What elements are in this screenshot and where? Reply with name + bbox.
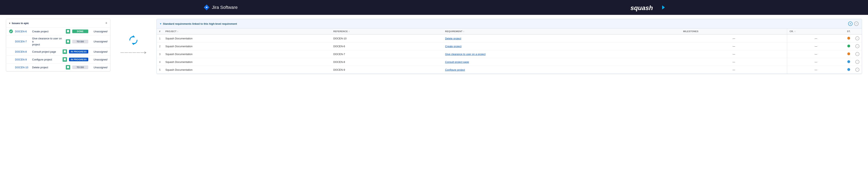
jira-diamond-icon [204, 4, 210, 11]
row-reference: DOCEN-9 [331, 66, 443, 74]
table-row: DOCEN-7 Give clearance to user on aproje… [6, 35, 110, 48]
dash-3 [128, 52, 132, 53]
remove-row-button[interactable]: − [855, 52, 859, 56]
row-cr: — [787, 34, 845, 43]
status-badge-todo-2: TO DO [72, 65, 88, 69]
col-header-num: # [157, 28, 163, 34]
issue-summary: Configure project [32, 58, 61, 61]
row-milestones: — [681, 34, 787, 43]
dashed-arrow [120, 51, 147, 54]
row-num: 3 [157, 50, 163, 58]
table-row: 2 Squash Documentation DOCEN-6 Create pr… [157, 43, 862, 50]
row-reference: DOCEN-6 [331, 43, 443, 50]
issue-key-docen6[interactable]: DOCEN-6 [15, 30, 30, 33]
squash-panel-title: ▾ Standard requirements linked to this h… [160, 22, 237, 25]
row-num: 4 [157, 58, 163, 66]
status-badge-inprogress-2: IN PROGRESS [69, 58, 88, 61]
squash-logo: squash [628, 2, 664, 12]
row-milestones: — [681, 43, 787, 50]
row-cr: — [787, 43, 845, 50]
bookmark-icon [66, 29, 70, 33]
issue-key-docen7[interactable]: DOCEN-7 [15, 40, 30, 43]
add-issue-button[interactable]: + [105, 21, 107, 25]
req-link[interactable]: Consult project page [445, 60, 469, 63]
dash-5 [136, 52, 140, 53]
issue-key-docen10[interactable]: DOCEN-10 [15, 66, 30, 69]
chevron-down-icon: ▾ [9, 22, 10, 25]
status-dot-blue-2 [847, 68, 850, 71]
assignee: Unassigned [90, 30, 107, 33]
req-link[interactable]: Give clearance to user on a project [445, 53, 486, 56]
sort-asc-icon-ref: ↑ [348, 30, 350, 32]
add-requirement-button[interactable]: + [848, 22, 852, 26]
todo-status-icon-2 [9, 65, 13, 69]
col-header-st: ST. [845, 28, 853, 34]
dash-6 [141, 52, 144, 53]
table-row: 5 Squash Documentation DOCEN-9 Configure… [157, 66, 862, 74]
row-project: Squash Documentation [163, 43, 331, 50]
main-content: ▾ Issues in epic + DOCEN-6 Create projec… [0, 15, 868, 184]
bookmark-icon [63, 49, 67, 54]
issue-key-docen9[interactable]: DOCEN-9 [15, 58, 30, 61]
squash-panel-header: ▾ Standard requirements linked to this h… [157, 19, 862, 28]
dash-1 [120, 52, 124, 53]
dash-4 [132, 52, 136, 53]
row-num: 2 [157, 43, 163, 50]
remove-row-button[interactable]: − [855, 68, 859, 72]
issue-key-docen8[interactable]: DOCEN-8 [15, 50, 30, 53]
table-row: DOCEN-6 Create project DONE Unassigned [6, 28, 110, 35]
remove-row-button[interactable]: − [855, 36, 859, 41]
row-project: Squash Documentation [163, 50, 331, 58]
row-cr: — [787, 66, 845, 74]
row-reference: DOCEN-10 [331, 34, 443, 43]
table-row: DOCEN-9 Configure project IN PROGRESS Un… [6, 56, 110, 63]
table-row: 1 Squash Documentation DOCEN-10 Delete p… [157, 34, 862, 43]
squash-logo-svg: squash [628, 2, 664, 12]
arrow-head [145, 51, 147, 54]
row-action: − [853, 50, 862, 58]
squash-panel: ▾ Standard requirements linked to this h… [156, 19, 862, 74]
req-link[interactable]: Configure project [445, 68, 465, 71]
row-status [845, 43, 853, 50]
issue-summary: Give clearance to user on aproject [32, 37, 64, 46]
req-link[interactable]: Delete project [445, 37, 461, 40]
row-num: 1 [157, 34, 163, 43]
row-status [845, 58, 853, 66]
row-status [845, 66, 853, 74]
jira-logo-text: Jira Software [212, 5, 238, 10]
col-header-requirement: REQUIREMENT ↑ [443, 28, 681, 34]
row-requirement: Give clearance to user on a project [443, 50, 681, 58]
remove-requirement-button[interactable]: − [854, 22, 859, 26]
req-link[interactable]: Create project [445, 45, 462, 48]
issue-summary: Delete project [32, 66, 64, 69]
jira-panel-header: ▾ Issues in epic + [6, 19, 110, 28]
row-requirement: Configure project [443, 66, 681, 74]
issue-summary: Consult project page [32, 50, 61, 53]
row-reference: DOCEN-8 [331, 58, 443, 66]
col-header-cr: CR. ↑ [787, 28, 845, 34]
row-requirement: Create project [443, 43, 681, 50]
table-row: DOCEN-10 Delete project TO DO Unassigned [6, 63, 110, 71]
row-status [845, 34, 853, 43]
bookmark-icon [63, 57, 67, 62]
status-badge-done: DONE [72, 29, 88, 33]
row-project: Squash Documentation [163, 66, 331, 74]
status-badge-todo: TO DO [72, 40, 88, 44]
inprogress-status-icon-2 [9, 57, 13, 61]
svg-text:squash: squash [630, 4, 653, 11]
top-bar: Jira Software squash [0, 0, 868, 15]
sync-connector [116, 35, 151, 54]
inprogress-status-icon [9, 50, 13, 54]
dash-2 [124, 52, 128, 53]
col-header-milestones: MILESTONES [681, 28, 787, 34]
table-row: 4 Squash Documentation DOCEN-8 Consult p… [157, 58, 862, 66]
row-project: Squash Documentation [163, 58, 331, 66]
remove-row-button[interactable]: − [855, 60, 859, 64]
remove-row-button[interactable]: − [855, 44, 859, 48]
bookmark-icon [66, 40, 70, 44]
jira-panel-title-text: Issues in epic [12, 22, 29, 25]
row-action: − [853, 43, 862, 50]
row-milestones: — [681, 58, 787, 66]
squash-chevron-icon: ▾ [160, 22, 161, 25]
table-header: # PROJECT ↑ REFERENCE ↑ REQUIREMENT ↑ MI… [157, 28, 862, 34]
